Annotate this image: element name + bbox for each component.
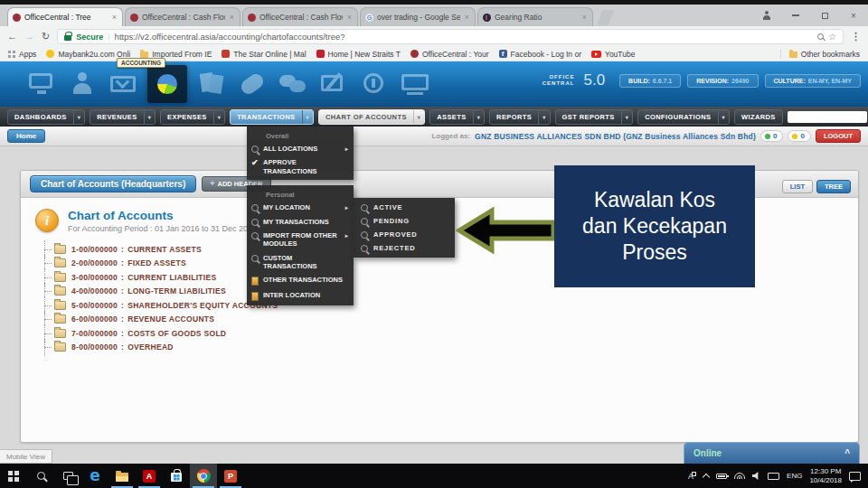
documents-module-icon[interactable]: [195, 70, 228, 99]
tab-close-icon[interactable]: ×: [229, 14, 235, 22]
mobile-view-link[interactable]: Mobile View: [0, 449, 52, 464]
url-bar[interactable]: Secure | https://v2.officecentral.asia/a…: [57, 29, 844, 44]
bookmark-item[interactable]: Home | New Straits T: [316, 50, 401, 59]
taskbar-app-button[interactable]: [190, 464, 217, 488]
other-bookmarks-button[interactable]: Other bookmarks: [780, 50, 860, 59]
clock[interactable]: 12:30 PM 10/4/2018: [809, 467, 842, 485]
search-icon[interactable]: [817, 33, 824, 40]
account-row[interactable]: 8-00/000000 : OVERHEAD: [41, 341, 858, 355]
nav-item[interactable]: TRANSACTIONS ▾: [230, 109, 314, 125]
touch-keyboard-icon[interactable]: [768, 473, 779, 480]
account-label[interactable]: 2-00/000000 : FIXED ASSETS: [71, 258, 186, 267]
tab-close-icon[interactable]: ×: [346, 14, 353, 22]
menu-item[interactable]: Overall: [247, 128, 354, 142]
menu-item[interactable]: IMPORT FROM OTHER MODULES ▸: [247, 229, 354, 251]
tree-connector[interactable]: [41, 242, 54, 257]
nav-search-input[interactable]: [788, 111, 867, 123]
submenu-item[interactable]: ACTIVE: [354, 201, 455, 214]
taskbar-app-button[interactable]: [27, 464, 54, 488]
browser-tab[interactable]: G over trading - Google Se ×: [360, 7, 476, 26]
account-label[interactable]: 4-00/000000 : LONG-TERM LIABILITIES: [71, 286, 226, 296]
chevron-down-icon[interactable]: ▾: [144, 110, 155, 124]
compose-module-icon[interactable]: [317, 70, 350, 99]
accounting-module-button[interactable]: [147, 65, 187, 103]
menu-item[interactable]: INTER LOCATION: [247, 288, 354, 304]
logout-button[interactable]: LOGOUT: [816, 129, 861, 143]
account-label[interactable]: 3-00/000000 : CURRENT LIABILITIES: [71, 273, 216, 282]
minimize-button[interactable]: [781, 5, 810, 26]
submenu-item[interactable]: APPROVED: [354, 228, 455, 241]
home-button[interactable]: Home: [7, 129, 45, 143]
tab-close-icon[interactable]: ×: [581, 14, 588, 22]
bookmark-item[interactable]: The Star Online | Mal: [222, 50, 306, 59]
chevron-down-icon[interactable]: ▾: [718, 110, 729, 124]
tree-connector[interactable]: [41, 257, 54, 271]
battery-icon[interactable]: [716, 474, 727, 479]
chevron-down-icon[interactable]: ▾: [73, 110, 84, 124]
nav-item[interactable]: WIZARDS: [734, 109, 783, 125]
menu-item[interactable]: MY TRANSACTIONS: [247, 215, 354, 229]
notification-badge[interactable]: 0: [760, 130, 783, 142]
nav-item[interactable]: ASSETS ▾: [429, 109, 485, 125]
account-row[interactable]: 5-00/000000 : SHAREHOLDER'S EQUITY ACCOU…: [41, 298, 858, 313]
browser-menu-icon[interactable]: ⋮: [851, 31, 861, 42]
new-tab-button[interactable]: [597, 10, 615, 25]
back-button[interactable]: ←: [7, 32, 17, 42]
taskbar-app-button[interactable]: [163, 464, 190, 488]
nav-item[interactable]: CONFIGURATIONS ▾: [637, 109, 730, 125]
dashboard-module-icon[interactable]: [25, 70, 58, 99]
hidden-icons-chevron-icon[interactable]: [703, 474, 710, 481]
bookmark-item[interactable]: Maybank2u.com Onli: [46, 50, 130, 59]
nav-item[interactable]: REPORTS ▾: [489, 109, 550, 125]
taskbar-app-button[interactable]: [136, 464, 163, 488]
chevron-down-icon[interactable]: ▾: [213, 110, 224, 124]
menu-item[interactable]: MY LOCATION ▸: [247, 201, 354, 214]
coa-headquarters-tab[interactable]: Chart of Accounts (Headquarters): [30, 175, 196, 192]
bookmark-item[interactable]: Apps: [8, 50, 36, 59]
browser-tab[interactable]: Gearing Ratio ×: [477, 7, 593, 26]
account-label[interactable]: 7-00/000000 : COSTS OF GOODS SOLD: [71, 329, 226, 338]
bookmark-item[interactable]: Facebook - Log In or: [499, 50, 581, 59]
language-indicator[interactable]: ENG: [787, 472, 802, 480]
nav-item[interactable]: EXPENSES ▾: [160, 109, 225, 125]
list-view-button[interactable]: LIST: [782, 180, 813, 193]
tab-close-icon[interactable]: ×: [464, 14, 470, 22]
chevron-down-icon[interactable]: ▾: [538, 110, 549, 124]
tree-view-button[interactable]: TREE: [816, 180, 851, 193]
taskbar-app-button[interactable]: [81, 464, 108, 488]
account-row[interactable]: 7-00/000000 : COSTS OF GOODS SOLD: [41, 326, 858, 341]
account-label[interactable]: 8-00/000000 : OVERHEAD: [71, 343, 174, 352]
tab-close-icon[interactable]: ×: [111, 14, 118, 22]
close-button[interactable]: ×: [839, 5, 868, 26]
menu-item[interactable]: ALL LOCATIONS ▸: [247, 142, 354, 155]
tree-connector[interactable]: [41, 270, 54, 285]
bookmark-item[interactable]: OfficeCentral : Your: [410, 50, 489, 59]
browser-tab[interactable]: OfficeCentral : Cash Flow ×: [125, 7, 241, 26]
browser-tab[interactable]: OfficeCentral : Tree ×: [7, 7, 123, 26]
tree-connector[interactable]: [41, 313, 54, 327]
menu-item[interactable]: CUSTOM TRANSACTIONS: [247, 251, 354, 274]
taskbar-app-button[interactable]: [217, 464, 244, 488]
refresh-button[interactable]: ↻: [42, 32, 50, 42]
chevron-down-icon[interactable]: ▾: [302, 110, 313, 124]
tree-connector[interactable]: [41, 285, 54, 299]
phone-module-icon[interactable]: [236, 70, 269, 99]
nav-item[interactable]: REVENUES ▾: [90, 109, 156, 125]
submenu-item[interactable]: REJECTED: [354, 241, 455, 255]
tree-connector[interactable]: [41, 298, 54, 313]
account-row[interactable]: 6-00/000000 : REVENUE ACCOUNTS: [41, 313, 858, 327]
chat-module-icon[interactable]: [277, 70, 309, 99]
menu-item[interactable]: Personal: [247, 187, 354, 201]
taskbar-app-button[interactable]: [108, 464, 136, 488]
bookmark-item[interactable]: YouTube: [591, 50, 635, 59]
submenu-item[interactable]: PENDING: [354, 214, 455, 228]
account-label[interactable]: 1-00/000000 : CURRENT ASSETS: [71, 245, 202, 254]
chat-widget-bar[interactable]: Online ^: [684, 442, 860, 464]
bookmark-item[interactable]: Imported From IE: [140, 50, 212, 59]
notification-badge[interactable]: 0: [788, 130, 810, 142]
nav-item[interactable]: CHART OF ACCOUNTS ▾: [318, 109, 425, 125]
nav-item[interactable]: DASHBOARDS ▾: [7, 109, 85, 125]
action-center-icon[interactable]: [849, 472, 861, 481]
tree-connector[interactable]: [41, 326, 54, 341]
taskbar-app-button[interactable]: [0, 464, 27, 488]
